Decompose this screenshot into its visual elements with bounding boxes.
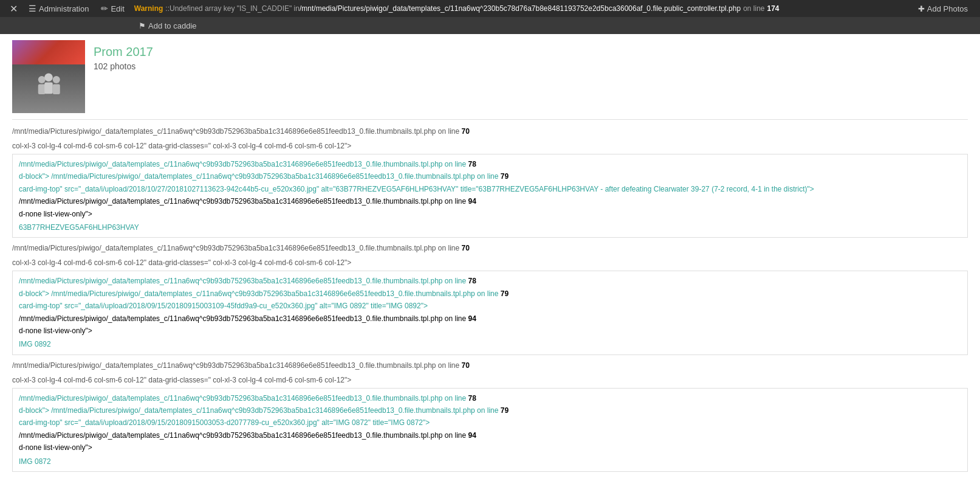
album-info: Prom 2017 102 photos [94,40,153,71]
image-title-link[interactable]: IMG 0892 [19,340,51,348]
administration-label: Administration [39,4,89,13]
error-image-link[interactable]: IMG 0872 [19,455,961,468]
error-section-1: /mnt/media/Pictures/piwigo/_data/templat… [12,126,968,238]
error-line-78: /mnt/media/Pictures/piwigo/_data/templat… [19,275,961,287]
warning-on-line: on line [743,4,764,13]
error-line-94: /mnt/media/Pictures/piwigo/_data/templat… [19,313,961,325]
add-photos-label: Add Photos [927,4,968,13]
edit-icon: ✏ [101,4,108,13]
error-line-94-text: d-none list-view-only"> [19,441,961,454]
svg-rect-1 [38,85,46,95]
error-inner-block: /mnt/media/Pictures/piwigo/_data/templat… [12,154,968,238]
image-title-link[interactable]: 63B77RHEZVEG5AF6HLHP63HVAY [19,223,139,232]
warning-bar: Warning :: Undefined array key "IS_IN_CA… [131,4,911,13]
warning-line-number: 174 [767,4,780,13]
people-silhouette-icon [30,71,67,107]
error-inner-block: /mnt/media/Pictures/piwigo/_data/templat… [12,388,968,472]
add-photos-plus-icon: ✚ [918,4,925,13]
error-inner-block: /mnt/media/Pictures/piwigo/_data/templat… [12,271,968,354]
add-caddie-label: Add to caddie [148,21,197,30]
svg-rect-3 [44,83,53,94]
error-image-link[interactable]: 63B77RHEZVEG5AF6HLHP63HVAY [19,221,961,233]
add-to-caddie-button[interactable]: ⚑ Add to caddie [134,21,202,30]
svg-rect-5 [53,85,60,95]
error-card-line: card-img-top" src="_data/i/upload/2018/0… [19,300,961,312]
svg-point-2 [44,74,53,82]
error-section-2: /mnt/media/Pictures/piwigo/_data/templat… [12,243,968,354]
menu-icon: ☰ [29,4,36,13]
error-card-line: card-img-top" src="_data/i/upload/2018/1… [19,183,961,195]
secondary-toolbar: ⚑ Add to caddie [0,17,980,34]
error-line-94: /mnt/media/Pictures/piwigo/_data/templat… [19,429,961,441]
caddie-flag-icon: ⚑ [139,21,146,30]
error-dblock-line: d-block"> /mnt/media/Pictures/piwigo/_da… [19,170,961,182]
add-photos-button[interactable]: ✚ Add Photos [911,0,975,17]
svg-point-0 [38,76,46,83]
error-dblock-line: d-block"> /mnt/media/Pictures/piwigo/_da… [19,288,961,300]
album-photo-count: 102 photos [94,61,153,71]
edit-button[interactable]: ✏ Edit [95,0,130,17]
image-title-link[interactable]: IMG 0872 [19,457,51,466]
album-section: Prom 2017 102 photos [12,40,968,120]
error-line-94-text: d-none list-view-only"> [19,325,961,337]
error-outer-text: col-xl-3 col-lg-4 col-md-6 col-sm-6 col-… [12,140,968,151]
album-thumb-bottom [12,64,85,113]
album-thumbnail [12,40,85,113]
error-section-3: /mnt/media/Pictures/piwigo/_data/templat… [12,360,968,472]
error-line-94-text: d-none list-view-only"> [19,208,961,220]
close-icon: ✕ [10,3,18,15]
error-line-78: /mnt/media/Pictures/piwigo/_data/templat… [19,158,961,170]
error-outer-text: col-xl-3 col-lg-4 col-md-6 col-sm-6 col-… [12,257,968,268]
album-title: Prom 2017 [94,45,153,59]
error-outer-line: /mnt/media/Pictures/piwigo/_data/templat… [12,126,968,137]
administration-button[interactable]: ☰ Administration [22,0,95,17]
error-image-link[interactable]: IMG 0892 [19,338,961,350]
warning-label: Warning [134,4,163,13]
warning-message: Undefined array key "IS_IN_CADDIE" in [170,4,300,13]
album-thumb-top [12,40,85,64]
error-card-line: card-img-top" src="_data/i/upload/2018/0… [19,417,961,429]
error-line-78: /mnt/media/Pictures/piwigo/_data/templat… [19,392,961,404]
main-toolbar: ✕ ☰ Administration ✏ Edit Warning :: Und… [0,0,980,17]
svg-point-4 [53,76,60,83]
error-outer-line: /mnt/media/Pictures/piwigo/_data/templat… [12,243,968,254]
error-container: /mnt/media/Pictures/piwigo/_data/templat… [12,126,968,472]
error-line-94: /mnt/media/Pictures/piwigo/_data/templat… [19,195,961,207]
error-outer-text: col-xl-3 col-lg-4 col-md-6 col-sm-6 col-… [12,375,968,386]
close-button[interactable]: ✕ [5,0,22,17]
warning-separator: :: [165,4,170,13]
warning-file: /mnt/media/Pictures/piwigo/_data/templat… [300,4,741,13]
error-dblock-line: d-block"> /mnt/media/Pictures/piwigo/_da… [19,404,961,417]
error-outer-line: /mnt/media/Pictures/piwigo/_data/templat… [12,360,968,371]
edit-label: Edit [111,4,124,13]
main-content: Prom 2017 102 photos /mnt/media/Pictures… [0,34,980,483]
